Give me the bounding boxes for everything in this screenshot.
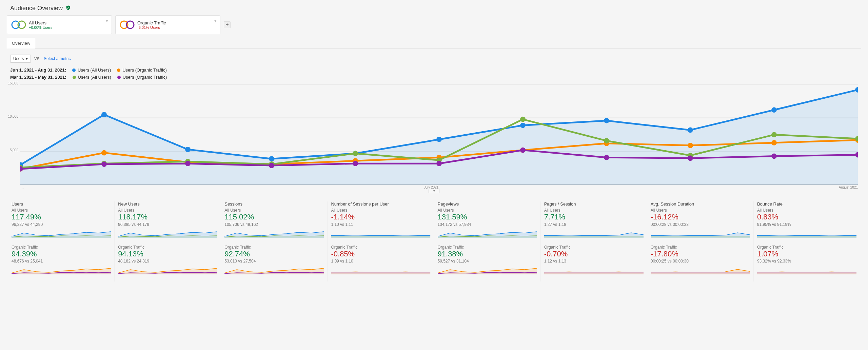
segment-rings-icon <box>11 18 27 31</box>
legend-dot-icon <box>73 76 76 79</box>
secondary-metric-select[interactable]: Select a metric <box>44 56 71 61</box>
legend-dot-icon <box>72 69 76 72</box>
metric-segment-label: All Users <box>651 208 750 213</box>
metric-compare: 48,182 vs 24,819 <box>118 259 217 264</box>
metric-value: -16.12% <box>651 213 750 221</box>
metric-col-5[interactable]: Pages / SessionAll Users 7.71% 1.27 vs 1… <box>541 201 647 281</box>
metric-col-1[interactable]: New UsersAll Users 118.17% 96,385 vs 44,… <box>115 201 221 281</box>
sparkline <box>12 230 111 238</box>
metric-compare: 134,172 vs 57,934 <box>438 222 537 227</box>
metric-title: Sessions <box>224 201 324 207</box>
metric-compare: 1.09 vs 1.10 <box>331 259 430 264</box>
metric-segment-label: All Users <box>438 208 537 213</box>
metric-compare: 1.10 vs 1.11 <box>331 222 430 227</box>
metric-title: Pageviews <box>438 201 537 207</box>
metric-segment-label: All Users <box>544 208 644 213</box>
segment-rings-icon <box>119 18 136 31</box>
x-tick-label: August 2021 <box>839 186 858 189</box>
metric-col-6[interactable]: Avg. Session DurationAll Users -16.12% 0… <box>647 201 754 281</box>
segment-card-1[interactable]: Organic Traffic -6.01% Users ▾ <box>115 15 220 34</box>
add-segment-button[interactable]: + <box>224 21 231 28</box>
svg-point-28 <box>688 143 693 148</box>
metric-value: 1.07% <box>757 250 856 258</box>
legend-item: Users (Organic Traffic) <box>117 67 167 73</box>
legend-text: Users (Organic Traffic) <box>122 67 167 73</box>
sparkline <box>757 230 856 238</box>
metric-value: 7.71% <box>544 213 644 221</box>
sparkline <box>544 266 644 274</box>
metric-segment-label: Organic Traffic <box>224 245 324 250</box>
metric-compare: 96,327 vs 44,290 <box>12 222 111 227</box>
verified-shield-icon <box>65 5 71 12</box>
y-tick-label: 10,000 <box>8 115 18 118</box>
tab-overview[interactable]: Overview <box>7 38 35 48</box>
metric-segment-label: All Users <box>224 208 324 213</box>
metric-col-7[interactable]: Bounce RateAll Users 0.83% 91.95% vs 91.… <box>754 201 860 281</box>
legend-dot-icon <box>117 69 120 72</box>
sparkline <box>12 266 111 274</box>
metric-title: Pages / Session <box>544 201 644 207</box>
metric-compare: 00:00:25 vs 00:00:30 <box>651 259 750 264</box>
metric-value: -1.14% <box>331 213 430 221</box>
metric-segment-label: Organic Traffic <box>331 245 430 250</box>
primary-metric-dropdown[interactable]: Users ▾ <box>10 55 31 63</box>
segment-delta: -6.01% Users <box>137 25 166 30</box>
metric-title: New Users <box>118 201 217 207</box>
legend-item: Users (All Users) <box>73 75 111 80</box>
metric-title: Users <box>12 201 111 207</box>
svg-point-48 <box>520 148 526 153</box>
metric-compare: 1.12 vs 1.13 <box>544 259 644 264</box>
sparkline <box>651 230 750 238</box>
metric-value: -0.70% <box>544 250 644 258</box>
svg-point-35 <box>353 151 358 156</box>
svg-point-17 <box>688 127 693 133</box>
vs-label: VS. <box>34 57 40 61</box>
svg-point-46 <box>353 161 358 166</box>
svg-marker-56 <box>12 268 111 274</box>
date-range-label-1: Mar 1, 2021 - May 31, 2021: <box>10 75 66 80</box>
svg-point-14 <box>436 137 442 142</box>
svg-point-15 <box>520 123 526 128</box>
caret-down-icon: ▾ <box>26 56 28 61</box>
svg-marker-72 <box>438 268 537 274</box>
metric-col-4[interactable]: PageviewsAll Users 131.59% 134,172 vs 57… <box>434 201 541 281</box>
metric-compare: 105,706 vs 49,162 <box>224 222 324 227</box>
metric-compare: 53,010 vs 27,504 <box>224 259 324 264</box>
metric-segment-label: Organic Traffic <box>118 245 217 250</box>
svg-marker-62 <box>224 232 324 238</box>
segment-name: Organic Traffic <box>137 20 166 25</box>
primary-metric-label: Users <box>13 56 24 61</box>
legend-text: Users (All Users) <box>78 67 111 73</box>
page-title: Audience Overview <box>10 5 63 12</box>
metric-value: 117.49% <box>12 213 111 221</box>
chevron-down-icon: ▾ <box>214 18 217 23</box>
svg-point-43 <box>101 161 107 167</box>
metric-col-3[interactable]: Number of Sessions per UserAll Users -1.… <box>328 201 434 281</box>
metric-value: 94.39% <box>12 250 111 258</box>
metric-value: -17.80% <box>651 250 750 258</box>
svg-point-12 <box>269 156 274 161</box>
metric-col-0[interactable]: UsersAll Users 117.49% 96,327 vs 44,290 … <box>8 201 115 281</box>
metric-value: 118.17% <box>118 213 217 221</box>
caret-down-icon: ▾ <box>433 189 435 193</box>
metric-compare: 1.27 vs 1.18 <box>544 222 644 227</box>
svg-point-38 <box>604 138 609 143</box>
svg-marker-70 <box>438 232 537 238</box>
metric-title: Bounce Rate <box>757 201 856 207</box>
legend-text: Users (Organic Traffic) <box>123 75 167 80</box>
metric-value: -0.85% <box>331 250 430 258</box>
metric-value: 91.38% <box>438 250 537 258</box>
svg-marker-54 <box>12 232 111 238</box>
sparkline <box>757 266 856 274</box>
metric-compare: 96,385 vs 44,179 <box>118 222 217 227</box>
metric-compare: 48,676 vs 25,041 <box>12 259 111 264</box>
y-tick-label: 5,000 <box>10 148 18 152</box>
metric-segment-label: Organic Traffic <box>12 245 111 250</box>
chevron-down-icon: ▾ <box>106 18 108 23</box>
svg-point-51 <box>771 154 777 159</box>
chart-expand-toggle[interactable]: ▾ <box>429 189 439 193</box>
metric-segment-label: All Users <box>12 208 111 213</box>
segment-card-0[interactable]: All Users +0.00% Users ▾ <box>7 15 112 34</box>
metric-compare: 59,527 vs 31,104 <box>438 259 537 264</box>
metric-col-2[interactable]: SessionsAll Users 115.02% 105,706 vs 49,… <box>221 201 328 281</box>
